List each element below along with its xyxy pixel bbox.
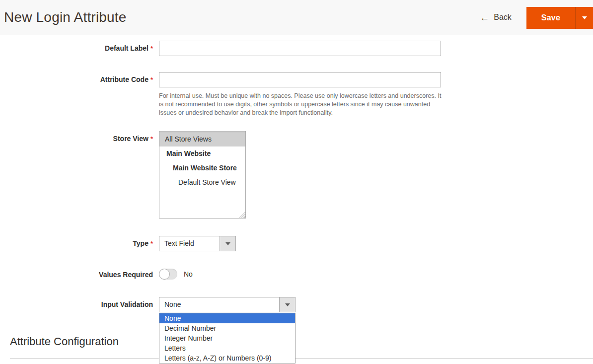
dropdown-option-letters-or-numbers[interactable]: Letters (a-z, A-Z) or Numbers (0-9) xyxy=(159,353,295,363)
input-validation-select[interactable]: None xyxy=(159,297,296,312)
store-view-label: Store View xyxy=(113,135,148,143)
store-view-option-main-website-store[interactable]: Main Website Store xyxy=(159,161,245,175)
attribute-code-note: For internal use. Must be unique with no… xyxy=(159,92,442,117)
dropdown-option-letters[interactable]: Letters xyxy=(159,343,295,353)
input-validation-label: Input Validation xyxy=(101,300,153,308)
store-view-option-main-website[interactable]: Main Website xyxy=(159,146,245,161)
attribute-code-input[interactable] xyxy=(159,72,441,87)
required-asterisk: * xyxy=(150,76,153,83)
section-divider xyxy=(10,358,593,359)
values-required-state: No xyxy=(184,269,193,280)
toggle-knob xyxy=(159,269,170,280)
values-required-toggle[interactable] xyxy=(159,269,177,280)
page-header: New Login Attribute ← Back Save xyxy=(0,0,593,35)
default-label-label: Default Label xyxy=(105,44,148,52)
back-arrow-icon: ← xyxy=(480,13,489,22)
page-title: New Login Attribute xyxy=(4,9,127,25)
attribute-code-row: Attribute Code* For internal use. Must b… xyxy=(0,72,593,117)
save-button[interactable]: Save xyxy=(526,7,575,29)
dropdown-option-none[interactable]: None xyxy=(159,313,295,323)
dropdown-option-integer-number[interactable]: Integer Number xyxy=(159,333,295,343)
required-asterisk: * xyxy=(150,240,153,247)
values-required-row: Values Required No xyxy=(0,269,593,280)
default-label-row: Default Label* xyxy=(0,41,593,56)
back-button-label: Back xyxy=(494,13,512,22)
chevron-down-icon xyxy=(582,16,587,19)
save-dropdown-toggle[interactable] xyxy=(575,7,593,29)
section-title-attribute-configuration: Attribute Configuration xyxy=(10,335,593,348)
attribute-form: Default Label* Attribute Code* For inter… xyxy=(0,35,593,312)
input-validation-dropdown: None Decimal Number Integer Number Lette… xyxy=(159,313,296,364)
values-required-label: Values Required xyxy=(99,271,153,279)
chevron-down-icon xyxy=(220,236,235,251)
chevron-down-icon xyxy=(279,297,295,312)
store-view-option-all-store-views[interactable]: All Store Views xyxy=(159,132,245,146)
default-label-input[interactable] xyxy=(159,41,441,56)
store-view-multiselect[interactable]: All Store Views Main Website Main Websit… xyxy=(159,131,246,218)
required-asterisk: * xyxy=(150,135,153,143)
store-view-row: Store View* All Store Views Main Website… xyxy=(0,131,593,218)
type-select[interactable]: Text Field xyxy=(159,236,236,251)
header-actions: ← Back Save xyxy=(480,0,593,35)
input-validation-select-value: None xyxy=(159,297,279,312)
resize-grip-icon[interactable] xyxy=(239,212,245,218)
type-select-value: Text Field xyxy=(159,236,220,251)
attribute-code-label: Attribute Code xyxy=(100,75,148,83)
save-split-button: Save xyxy=(526,7,593,29)
dropdown-option-decimal-number[interactable]: Decimal Number xyxy=(159,323,295,333)
type-label: Type xyxy=(133,239,148,247)
input-validation-row: Input Validation None None Decimal Numbe… xyxy=(0,297,593,312)
required-asterisk: * xyxy=(150,45,153,52)
store-view-option-default-store-view[interactable]: Default Store View xyxy=(159,175,245,190)
type-row: Type* Text Field xyxy=(0,236,593,251)
back-button[interactable]: ← Back xyxy=(480,13,512,22)
